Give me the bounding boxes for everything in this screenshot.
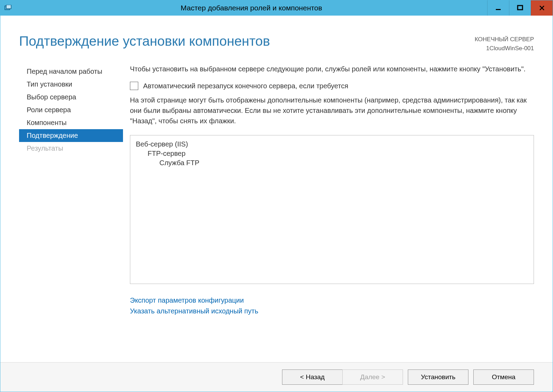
wizard-footer: < Назад Далее > Установить Отмена	[0, 362, 553, 392]
selection-item-root: Веб-сервер (IIS)	[136, 140, 528, 148]
nav-before-you-begin[interactable]: Перед началом работы	[19, 65, 123, 78]
page-heading: Подтверждение установки компонентов	[19, 34, 475, 49]
maximize-button[interactable]	[509, 0, 531, 16]
nav-results: Результаты	[19, 142, 123, 155]
window-title: Мастер добавления ролей и компонентов	[16, 0, 487, 16]
selection-list[interactable]: Веб-сервер (IIS) FTP-сервер Служба FTP	[130, 135, 534, 284]
content-pane: Чтобы установить на выбранном сервере сл…	[123, 57, 534, 362]
app-icon	[0, 0, 16, 16]
window-controls	[487, 0, 553, 16]
nav-server-roles[interactable]: Роли сервера	[19, 104, 123, 116]
header-area: Подтверждение установки компонентов КОНЕ…	[0, 16, 553, 57]
links-area: Экспорт параметров конфигурации Указать …	[130, 295, 534, 317]
nav-features[interactable]: Компоненты	[19, 116, 123, 129]
wizard-body: Подтверждение установки компонентов КОНЕ…	[0, 16, 553, 392]
selection-item-level1: FTP-сервер	[136, 150, 528, 158]
middle-area: Перед началом работы Тип установки Выбор…	[0, 57, 553, 362]
install-button[interactable]: Установить	[408, 369, 468, 385]
destination-value: 1CloudWinSe-001	[475, 44, 534, 53]
alt-source-path-link[interactable]: Указать альтернативный исходный путь	[130, 306, 534, 317]
back-button[interactable]: < Назад	[282, 369, 342, 385]
restart-checkbox-row[interactable]: Автоматический перезапуск конечного серв…	[130, 82, 534, 90]
selection-item-level2: Служба FTP	[136, 159, 528, 167]
next-button: Далее >	[342, 369, 403, 385]
restart-checkbox[interactable]	[130, 82, 138, 90]
cancel-button[interactable]: Отмена	[473, 369, 534, 385]
svg-rect-3	[518, 6, 523, 10]
intro-text: Чтобы установить на выбранном сервере сл…	[130, 64, 534, 74]
close-button[interactable]	[531, 0, 553, 16]
wizard-window: Мастер добавления ролей и компонентов По…	[0, 0, 553, 392]
export-config-link[interactable]: Экспорт параметров конфигурации	[130, 295, 534, 306]
info-text: На этой странице могут быть отображены д…	[130, 95, 534, 126]
destination-label: КОНЕЧНЫЙ СЕРВЕР	[475, 35, 534, 44]
svg-rect-2	[496, 9, 501, 10]
svg-rect-1	[6, 5, 11, 9]
titlebar: Мастер добавления ролей и компонентов	[0, 0, 553, 16]
nav-server-selection[interactable]: Выбор сервера	[19, 91, 123, 104]
nav-button-group: < Назад Далее >	[282, 369, 403, 385]
minimize-button[interactable]	[487, 0, 509, 16]
restart-checkbox-label: Автоматический перезапуск конечного серв…	[143, 82, 348, 90]
destination-server: КОНЕЧНЫЙ СЕРВЕР 1CloudWinSe-001	[475, 34, 534, 53]
nav-install-type[interactable]: Тип установки	[19, 78, 123, 91]
nav-confirmation[interactable]: Подтверждение	[19, 129, 123, 142]
wizard-nav: Перед началом работы Тип установки Выбор…	[19, 57, 123, 362]
